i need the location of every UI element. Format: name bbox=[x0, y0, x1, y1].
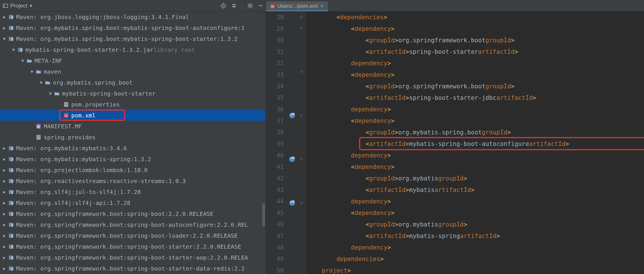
fold-toggle-icon[interactable]: ⊟ bbox=[298, 154, 305, 165]
fold-toggle-icon[interactable]: ⊟ bbox=[298, 22, 305, 33]
code-area[interactable]: <dependencies> <dependency> <groupId>org… bbox=[306, 12, 644, 274]
code-line[interactable]: <artifactId>mybatisartifactId> bbox=[307, 184, 644, 196]
bean-gutter-icon[interactable] bbox=[287, 154, 298, 165]
lib-icon bbox=[7, 145, 14, 152]
disclosure-icon[interactable]: ▶ bbox=[1, 197, 7, 208]
code-line[interactable]: <artifactId>spring-boot-starter-jdbcarti… bbox=[307, 92, 644, 104]
tree-label: mybatis-spring-boot-starter bbox=[62, 88, 156, 99]
svg-rect-30 bbox=[20, 48, 21, 52]
tree-row[interactable]: ▶Maven: org.springframework.boot:spring-… bbox=[0, 208, 266, 219]
tree-row[interactable]: ▼mybatis-spring-boot-starter bbox=[0, 88, 266, 99]
minimize-icon[interactable] bbox=[258, 3, 263, 8]
tree-row[interactable]: MFMANIFEST.MF bbox=[0, 121, 266, 132]
code-line[interactable]: <groupId>org.mybatisgroupId> bbox=[307, 219, 644, 230]
tree-row[interactable]: spring.provides bbox=[0, 132, 266, 143]
gear-icon[interactable] bbox=[247, 3, 253, 9]
code-line[interactable]: <artifactId>mybatis-spring-boot-autoconf… bbox=[307, 138, 644, 150]
project-panel-title[interactable]: Project bbox=[10, 3, 27, 9]
code-line[interactable]: <dependency> bbox=[307, 207, 644, 219]
code-line[interactable]: dependency> bbox=[307, 58, 644, 69]
disclosure-icon[interactable]: ▼ bbox=[10, 44, 17, 55]
tree-label: maven bbox=[44, 66, 61, 77]
code-line[interactable]: <artifactId>mybatis-springartifactId> bbox=[307, 230, 644, 242]
svg-rect-49 bbox=[11, 146, 12, 150]
code-line[interactable]: <artifactId>spring-boot-starterartifactI… bbox=[307, 46, 644, 58]
disclosure-icon[interactable]: ▼ bbox=[47, 88, 53, 99]
code-line[interactable]: <groupId>org.springframework.bootgroupId… bbox=[307, 35, 644, 46]
code-line[interactable]: dependency> bbox=[307, 242, 644, 253]
code-line[interactable]: <dependency> bbox=[307, 161, 644, 173]
disclosure-icon[interactable]: ▶ bbox=[1, 12, 7, 22]
tree-row[interactable]: pom.properties bbox=[0, 99, 266, 110]
fold-toggle-icon[interactable]: ⊟ bbox=[298, 197, 305, 208]
project-tree[interactable]: ▶Maven: org.jboss.logging:jboss-logging:… bbox=[0, 12, 266, 274]
disclosure-icon[interactable]: ▶ bbox=[1, 187, 7, 197]
code-line[interactable]: dependency> bbox=[307, 150, 644, 161]
close-icon[interactable]: ✕ bbox=[320, 3, 324, 9]
disclosure-icon[interactable]: ▶ bbox=[1, 154, 7, 165]
disclosure-icon[interactable]: ▶ bbox=[1, 165, 7, 176]
tree-row[interactable]: ▼Maven: org.mybatis.spring.boot:mybatis-… bbox=[0, 33, 266, 44]
svg-rect-56 bbox=[12, 169, 14, 172]
svg-rect-26 bbox=[9, 37, 10, 41]
disclosure-icon[interactable]: ▶ bbox=[1, 263, 7, 274]
code-line[interactable]: <groupId>org.springframework.bootgroupId… bbox=[307, 81, 644, 92]
fold-gutter[interactable]: ⊟⊟⌞⊟⌞⊟⌞⊟⌞⊟⌞⌞⌞ bbox=[298, 12, 306, 274]
tree-row[interactable]: ▶Maven: org.springframework.boot:spring-… bbox=[0, 230, 266, 241]
tree-row[interactable]: ▶Maven: org.slf4j:slf4j-api:1.7.28 bbox=[0, 197, 266, 208]
disclosure-icon[interactable]: ▼ bbox=[38, 77, 44, 88]
disclosure-icon[interactable]: ▼ bbox=[1, 33, 7, 44]
tree-row[interactable]: ▶Maven: org.projectlombok:lombok:1.18.0 bbox=[0, 165, 266, 176]
bean-gutter-icon[interactable] bbox=[287, 197, 298, 208]
disclosure-icon[interactable]: ▶ bbox=[1, 230, 7, 241]
fold-toggle-icon[interactable]: ⊟ bbox=[298, 66, 305, 77]
tree-row[interactable]: ▼maven bbox=[0, 66, 266, 77]
tree-row[interactable]: ▶Maven: org.jboss.logging:jboss-logging:… bbox=[0, 12, 266, 22]
tree-row[interactable]: ▶Maven: org.springframework.boot:spring-… bbox=[0, 241, 266, 252]
disclosure-icon[interactable]: ▶ bbox=[1, 252, 7, 263]
disclosure-icon[interactable]: ▼ bbox=[29, 66, 35, 77]
tree-row[interactable]: ▶Maven: org.springframework.boot:spring-… bbox=[0, 219, 266, 230]
disclosure-icon[interactable]: ▶ bbox=[1, 176, 7, 187]
disclosure-icon[interactable]: ▶ bbox=[1, 241, 7, 252]
disclosure-icon[interactable]: ▶ bbox=[1, 208, 7, 219]
gutter-icon-column[interactable] bbox=[287, 12, 298, 274]
tree-row[interactable]: ▶Maven: org.mybatis:mybatis:3.4.6 bbox=[0, 143, 266, 154]
collapse-icon[interactable] bbox=[231, 3, 237, 8]
code-line[interactable]: dependency> bbox=[307, 196, 644, 207]
tree-row[interactable]: ▶Maven: org.mybatis.spring.boot:mybatis-… bbox=[0, 22, 266, 33]
scrollbar-thumb[interactable] bbox=[262, 203, 265, 226]
code-line[interactable]: <dependency> bbox=[307, 23, 644, 35]
code-line[interactable]: dependency> bbox=[307, 104, 644, 115]
code-line[interactable]: dependencies> bbox=[307, 253, 644, 265]
tree-row[interactable]: ▶Maven: org.reactivestreams:reactive-str… bbox=[0, 176, 266, 187]
tree-row[interactable]: ▶Maven: org.mybatis:mybatis-spring:1.3.2 bbox=[0, 154, 266, 165]
code-line[interactable]: <dependency> bbox=[307, 115, 644, 127]
code-line[interactable]: project> bbox=[307, 265, 644, 274]
project-dropdown-icon[interactable]: ▼ bbox=[30, 3, 32, 8]
bean-gutter-icon[interactable] bbox=[287, 110, 298, 121]
fold-toggle-icon[interactable]: ⊟ bbox=[298, 12, 305, 22]
disclosure-icon[interactable]: ▶ bbox=[1, 143, 7, 154]
code-line[interactable]: <groupId>org.mybatis.spring.bootgroupId> bbox=[307, 127, 644, 138]
code-line[interactable]: <groupId>org.mybatisgroupId> bbox=[307, 173, 644, 184]
disclosure-icon[interactable]: ▶ bbox=[1, 22, 7, 33]
tree-label: mybatis-spring-boot-starter-1.3.2.jar bbox=[25, 44, 154, 55]
disclosure-icon[interactable]: ▼ bbox=[20, 55, 26, 66]
line-number-gutter[interactable]: 2829303132333435363738394041424344454647… bbox=[266, 12, 287, 274]
code-line[interactable]: <dependency> bbox=[307, 69, 644, 81]
svg-rect-25 bbox=[12, 26, 14, 30]
editor-tab[interactable]: <> Users/.../pom.xml ✕ bbox=[266, 1, 328, 11]
tree-row[interactable]: ▶Maven: org.springframework.boot:spring-… bbox=[0, 263, 266, 274]
code-line[interactable]: <dependencies> bbox=[307, 12, 644, 23]
tree-row[interactable]: ▼META-INF bbox=[0, 55, 266, 66]
tree-row[interactable]: ▼mybatis-spring-boot-starter-1.3.2.jar l… bbox=[0, 44, 266, 55]
tree-row[interactable]: ▶Maven: org.slf4j:jul-to-slf4j:1.7.28 bbox=[0, 187, 266, 197]
lib-icon bbox=[7, 24, 14, 31]
tree-row[interactable]: ▼org.mybatis.spring.boot bbox=[0, 77, 266, 88]
disclosure-icon[interactable]: ▶ bbox=[1, 219, 7, 230]
fold-toggle-icon[interactable]: ⊟ bbox=[298, 110, 305, 121]
tree-row[interactable]: ▶Maven: org.springframework.boot:spring-… bbox=[0, 252, 266, 263]
tree-row[interactable]: <>pom.xml bbox=[0, 110, 266, 121]
locate-icon[interactable] bbox=[221, 3, 226, 9]
